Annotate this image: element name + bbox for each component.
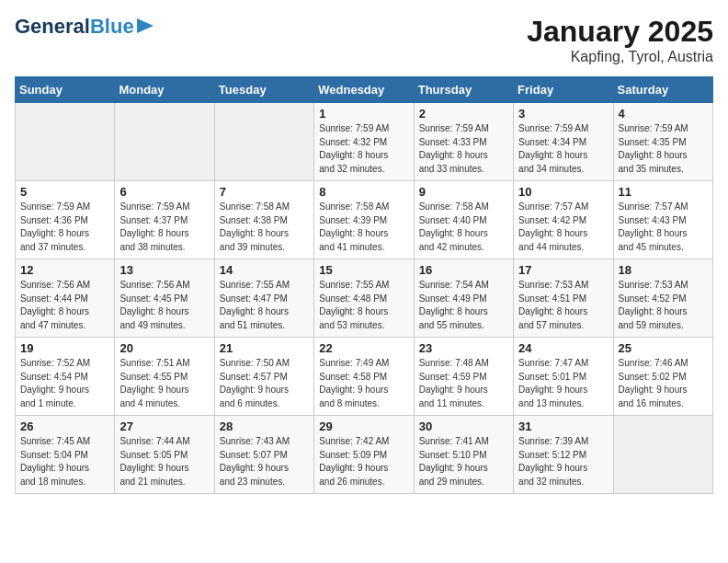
day-info: Sunrise: 7:44 AM Sunset: 5:05 PM Dayligh… <box>119 435 209 488</box>
page-header: GeneralBlue January 2025 Kapfing, Tyrol,… <box>15 15 713 65</box>
day-info: Sunrise: 7:59 AM Sunset: 4:34 PM Dayligh… <box>518 122 608 176</box>
day-number: 21 <box>220 341 309 355</box>
day-info: Sunrise: 7:55 AM Sunset: 4:48 PM Dayligh… <box>319 279 408 332</box>
day-number: 10 <box>518 185 608 199</box>
day-number: 28 <box>220 419 309 433</box>
day-info: Sunrise: 7:59 AM Sunset: 4:36 PM Dayligh… <box>20 201 109 254</box>
calendar-cell <box>613 416 712 494</box>
calendar-cell: 10Sunrise: 7:57 AM Sunset: 4:42 PM Dayli… <box>514 181 613 259</box>
calendar-header-row: SundayMondayTuesdayWednesdayThursdayFrid… <box>16 77 713 103</box>
day-number: 3 <box>518 107 608 121</box>
day-info: Sunrise: 7:56 AM Sunset: 4:44 PM Dayligh… <box>20 279 109 332</box>
day-number: 16 <box>419 263 508 277</box>
day-info: Sunrise: 7:50 AM Sunset: 4:57 PM Dayligh… <box>220 357 309 410</box>
day-info: Sunrise: 7:48 AM Sunset: 4:59 PM Dayligh… <box>419 357 508 410</box>
calendar-cell: 26Sunrise: 7:45 AM Sunset: 5:04 PM Dayli… <box>16 416 115 494</box>
day-number: 2 <box>419 107 508 121</box>
calendar-cell: 7Sunrise: 7:58 AM Sunset: 4:38 PM Daylig… <box>214 181 313 259</box>
calendar-cell: 8Sunrise: 7:58 AM Sunset: 4:39 PM Daylig… <box>314 181 414 259</box>
header-friday: Friday <box>514 77 613 103</box>
header-thursday: Thursday <box>414 77 513 103</box>
day-info: Sunrise: 7:59 AM Sunset: 4:33 PM Dayligh… <box>419 122 508 176</box>
day-number: 31 <box>518 419 608 433</box>
day-number: 17 <box>518 263 608 277</box>
day-info: Sunrise: 7:59 AM Sunset: 4:35 PM Dayligh… <box>619 122 708 176</box>
calendar-cell: 3Sunrise: 7:59 AM Sunset: 4:34 PM Daylig… <box>514 103 613 181</box>
calendar-cell: 18Sunrise: 7:53 AM Sunset: 4:52 PM Dayli… <box>613 259 712 338</box>
day-info: Sunrise: 7:55 AM Sunset: 4:47 PM Dayligh… <box>220 279 309 332</box>
day-number: 14 <box>220 263 309 277</box>
header-sunday: Sunday <box>16 77 115 103</box>
day-number: 30 <box>419 419 508 433</box>
header-saturday: Saturday <box>613 77 712 103</box>
day-number: 12 <box>20 263 109 277</box>
calendar-cell <box>214 103 313 181</box>
day-info: Sunrise: 7:54 AM Sunset: 4:49 PM Dayligh… <box>419 279 508 332</box>
calendar-cell: 23Sunrise: 7:48 AM Sunset: 4:59 PM Dayli… <box>414 338 513 416</box>
day-info: Sunrise: 7:53 AM Sunset: 4:51 PM Dayligh… <box>518 279 608 332</box>
day-number: 22 <box>319 341 408 355</box>
day-info: Sunrise: 7:45 AM Sunset: 5:04 PM Dayligh… <box>20 435 109 488</box>
logo-arrow-icon <box>137 18 154 33</box>
calendar-cell: 21Sunrise: 7:50 AM Sunset: 4:57 PM Dayli… <box>214 338 313 416</box>
calendar-cell: 22Sunrise: 7:49 AM Sunset: 4:58 PM Dayli… <box>314 338 414 416</box>
day-info: Sunrise: 7:58 AM Sunset: 4:38 PM Dayligh… <box>220 201 309 254</box>
day-info: Sunrise: 7:41 AM Sunset: 5:10 PM Dayligh… <box>419 435 508 488</box>
day-info: Sunrise: 7:57 AM Sunset: 4:43 PM Dayligh… <box>619 201 708 254</box>
calendar-cell: 15Sunrise: 7:55 AM Sunset: 4:48 PM Dayli… <box>314 259 414 338</box>
calendar-cell: 30Sunrise: 7:41 AM Sunset: 5:10 PM Dayli… <box>414 416 513 494</box>
day-number: 19 <box>20 341 109 355</box>
calendar-table: SundayMondayTuesdayWednesdayThursdayFrid… <box>15 76 713 494</box>
calendar-cell: 24Sunrise: 7:47 AM Sunset: 5:01 PM Dayli… <box>514 338 613 416</box>
day-number: 26 <box>20 419 109 433</box>
day-info: Sunrise: 7:39 AM Sunset: 5:12 PM Dayligh… <box>518 435 608 488</box>
day-info: Sunrise: 7:49 AM Sunset: 4:58 PM Dayligh… <box>319 357 408 410</box>
calendar-cell: 17Sunrise: 7:53 AM Sunset: 4:51 PM Dayli… <box>514 259 613 338</box>
day-info: Sunrise: 7:42 AM Sunset: 5:09 PM Dayligh… <box>319 435 408 488</box>
calendar-cell: 16Sunrise: 7:54 AM Sunset: 4:49 PM Dayli… <box>414 259 513 338</box>
logo-blue: Blue <box>90 15 134 39</box>
calendar-cell: 2Sunrise: 7:59 AM Sunset: 4:33 PM Daylig… <box>414 103 513 181</box>
day-info: Sunrise: 7:58 AM Sunset: 4:40 PM Dayligh… <box>419 201 508 254</box>
day-info: Sunrise: 7:59 AM Sunset: 4:37 PM Dayligh… <box>119 201 209 254</box>
calendar-week-row: 5Sunrise: 7:59 AM Sunset: 4:36 PM Daylig… <box>16 181 713 259</box>
day-info: Sunrise: 7:58 AM Sunset: 4:39 PM Dayligh… <box>319 201 408 254</box>
day-info: Sunrise: 7:52 AM Sunset: 4:54 PM Dayligh… <box>20 357 109 410</box>
location-subtitle: Kapfing, Tyrol, Austria <box>527 49 713 65</box>
day-info: Sunrise: 7:57 AM Sunset: 4:42 PM Dayligh… <box>518 201 608 254</box>
day-number: 25 <box>619 341 708 355</box>
day-number: 23 <box>419 341 508 355</box>
calendar-cell: 1Sunrise: 7:59 AM Sunset: 4:32 PM Daylig… <box>314 103 414 181</box>
day-info: Sunrise: 7:51 AM Sunset: 4:55 PM Dayligh… <box>119 357 209 410</box>
calendar-cell: 19Sunrise: 7:52 AM Sunset: 4:54 PM Dayli… <box>16 338 115 416</box>
day-number: 27 <box>119 419 209 433</box>
day-number: 13 <box>119 263 209 277</box>
header-monday: Monday <box>115 77 214 103</box>
calendar-week-row: 26Sunrise: 7:45 AM Sunset: 5:04 PM Dayli… <box>16 416 713 494</box>
calendar-cell <box>16 103 115 181</box>
day-info: Sunrise: 7:47 AM Sunset: 5:01 PM Dayligh… <box>518 357 608 410</box>
day-number: 18 <box>619 263 708 277</box>
calendar-cell: 20Sunrise: 7:51 AM Sunset: 4:55 PM Dayli… <box>115 338 214 416</box>
calendar-cell: 25Sunrise: 7:46 AM Sunset: 5:02 PM Dayli… <box>613 338 712 416</box>
day-info: Sunrise: 7:43 AM Sunset: 5:07 PM Dayligh… <box>220 435 309 488</box>
calendar-cell: 6Sunrise: 7:59 AM Sunset: 4:37 PM Daylig… <box>115 181 214 259</box>
day-number: 7 <box>220 185 309 199</box>
day-number: 8 <box>319 185 408 199</box>
calendar-week-row: 1Sunrise: 7:59 AM Sunset: 4:32 PM Daylig… <box>16 103 713 181</box>
day-number: 1 <box>319 107 408 121</box>
calendar-week-row: 12Sunrise: 7:56 AM Sunset: 4:44 PM Dayli… <box>16 259 713 338</box>
day-info: Sunrise: 7:46 AM Sunset: 5:02 PM Dayligh… <box>619 357 708 410</box>
calendar-week-row: 19Sunrise: 7:52 AM Sunset: 4:54 PM Dayli… <box>16 338 713 416</box>
day-info: Sunrise: 7:56 AM Sunset: 4:45 PM Dayligh… <box>119 279 209 332</box>
day-number: 29 <box>319 419 408 433</box>
day-number: 15 <box>319 263 408 277</box>
calendar-cell: 29Sunrise: 7:42 AM Sunset: 5:09 PM Dayli… <box>314 416 414 494</box>
calendar-cell: 14Sunrise: 7:55 AM Sunset: 4:47 PM Dayli… <box>214 259 313 338</box>
day-info: Sunrise: 7:53 AM Sunset: 4:52 PM Dayligh… <box>619 279 708 332</box>
header-wednesday: Wednesday <box>314 77 414 103</box>
title-block: January 2025 Kapfing, Tyrol, Austria <box>527 15 713 65</box>
calendar-cell: 31Sunrise: 7:39 AM Sunset: 5:12 PM Dayli… <box>514 416 613 494</box>
day-number: 5 <box>20 185 109 199</box>
calendar-cell <box>115 103 214 181</box>
